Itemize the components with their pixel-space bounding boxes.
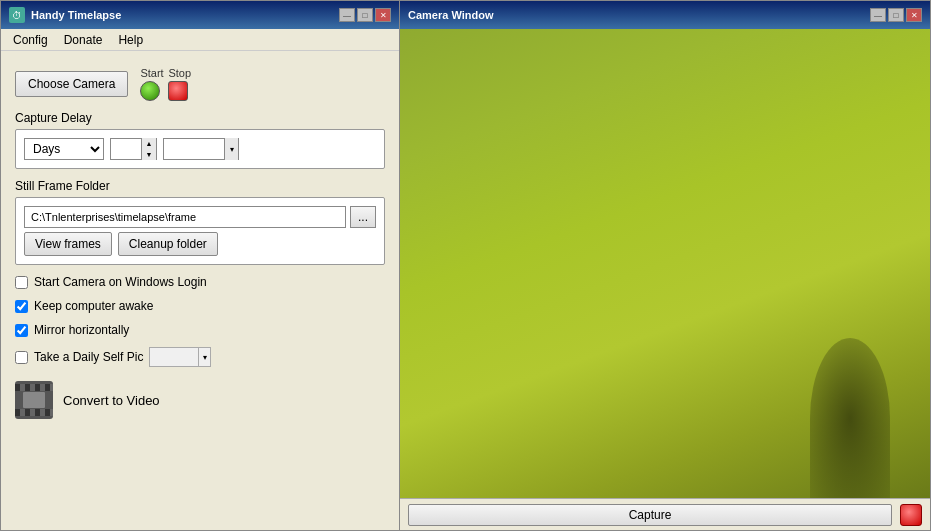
start-camera-checkbox-row: Start Camera on Windows Login — [15, 275, 385, 289]
capture-delay-label: Capture Delay — [15, 111, 385, 125]
spinner-down-button[interactable]: ▼ — [142, 149, 156, 160]
camera-view — [400, 29, 930, 498]
right-panel: Camera Window — □ ✕ Capture — [400, 0, 931, 531]
still-frame-section: Still Frame Folder C:\Tnlenterprises\tim… — [15, 179, 385, 265]
menu-donate[interactable]: Donate — [56, 31, 111, 49]
left-title-text: Handy Timelapse — [31, 9, 339, 21]
choose-camera-button[interactable]: Choose Camera — [15, 71, 128, 97]
capture-button[interactable]: Capture — [408, 504, 892, 526]
right-title-bar: Camera Window — □ ✕ — [400, 1, 930, 29]
right-minimize-button[interactable]: — — [870, 8, 886, 22]
menu-bar: Config Donate Help — [1, 29, 399, 51]
capture-delay-time-input[interactable]: 12:00 PM — [164, 139, 224, 159]
camera-stop-button[interactable] — [900, 504, 922, 526]
daily-pic-time-input[interactable]: 3:00 PM — [150, 348, 198, 366]
menu-config[interactable]: Config — [5, 31, 56, 49]
stop-label: Stop — [168, 67, 188, 79]
capture-delay-time-select: 12:00 PM ▾ — [163, 138, 239, 160]
left-panel: ⏱ Handy Timelapse — □ ✕ Config Donate He… — [0, 0, 400, 531]
menu-help[interactable]: Help — [110, 31, 151, 49]
mirror-label: Mirror horizontally — [34, 323, 129, 337]
mirror-checkbox-row: Mirror horizontally — [15, 323, 385, 337]
keep-awake-checkbox[interactable] — [15, 300, 28, 313]
start-camera-label: Start Camera on Windows Login — [34, 275, 207, 289]
keep-awake-label: Keep computer awake — [34, 299, 153, 313]
capture-delay-row: Days Hours Minutes Seconds 1 ▲ ▼ 12:00 P… — [24, 138, 376, 160]
left-minimize-button[interactable]: — — [339, 8, 355, 22]
spinner-up-button[interactable]: ▲ — [142, 138, 156, 149]
right-maximize-button[interactable]: □ — [888, 8, 904, 22]
start-camera-checkbox[interactable] — [15, 276, 28, 289]
capture-delay-number-input[interactable]: 1 — [111, 139, 141, 159]
capture-delay-spinner: 1 ▲ ▼ — [110, 138, 157, 160]
panel-content: Choose Camera Start Stop Capture Delay D… — [1, 51, 399, 530]
left-title-bar: ⏱ Handy Timelapse — □ ✕ — [1, 1, 399, 29]
capture-delay-unit-select[interactable]: Days Hours Minutes Seconds — [24, 138, 104, 160]
right-title-buttons: — □ ✕ — [870, 8, 922, 22]
capture-delay-section: Capture Delay Days Hours Minutes Seconds… — [15, 111, 385, 169]
time-dropdown-arrow-icon[interactable]: ▾ — [224, 138, 238, 160]
folder-row: C:\Tnlenterprises\timelapse\frame ... — [24, 206, 376, 228]
daily-pic-checkbox[interactable] — [15, 351, 28, 364]
camera-row: Choose Camera Start Stop — [15, 67, 385, 101]
action-btns-row: View frames Cleanup folder — [24, 232, 376, 256]
left-title-buttons: — □ ✕ — [339, 8, 391, 22]
capture-delay-box: Days Hours Minutes Seconds 1 ▲ ▼ 12:00 P… — [15, 129, 385, 169]
start-stop-group: Start Stop — [140, 67, 188, 101]
folder-path-display: C:\Tnlenterprises\timelapse\frame — [24, 206, 346, 228]
daily-pic-time-dropdown-icon[interactable]: ▾ — [198, 347, 210, 367]
daily-pic-row: Take a Daily Self Pic 3:00 PM ▾ — [15, 347, 385, 367]
start-button[interactable] — [140, 81, 160, 101]
film-center — [23, 392, 45, 408]
view-frames-button[interactable]: View frames — [24, 232, 112, 256]
right-title-text: Camera Window — [408, 9, 870, 21]
still-frame-label: Still Frame Folder — [15, 179, 385, 193]
daily-pic-label: Take a Daily Self Pic — [34, 350, 143, 364]
browse-button[interactable]: ... — [350, 206, 376, 228]
app-icon: ⏱ — [9, 7, 25, 23]
mirror-checkbox[interactable] — [15, 324, 28, 337]
convert-label: Convert to Video — [63, 393, 160, 408]
left-maximize-button[interactable]: □ — [357, 8, 373, 22]
left-close-button[interactable]: ✕ — [375, 8, 391, 22]
start-label: Start — [140, 67, 160, 79]
still-frame-box: C:\Tnlenterprises\timelapse\frame ... Vi… — [15, 197, 385, 265]
right-close-button[interactable]: ✕ — [906, 8, 922, 22]
stop-button[interactable] — [168, 81, 188, 101]
film-icon — [15, 381, 53, 419]
keep-awake-checkbox-row: Keep computer awake — [15, 299, 385, 313]
cleanup-folder-button[interactable]: Cleanup folder — [118, 232, 218, 256]
convert-row: Convert to Video — [15, 381, 385, 419]
camera-footer: Capture — [400, 498, 930, 530]
camera-shadow — [810, 338, 890, 498]
daily-pic-time-select: 3:00 PM ▾ — [149, 347, 211, 367]
spinner-arrows: ▲ ▼ — [141, 138, 156, 160]
